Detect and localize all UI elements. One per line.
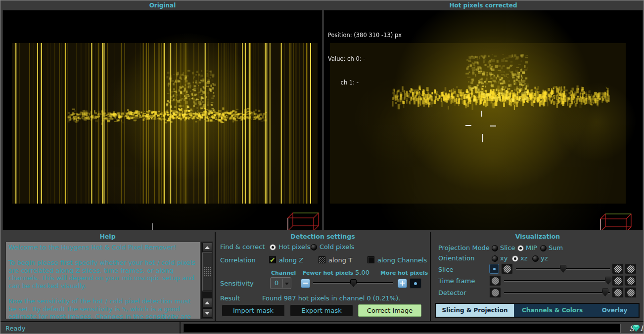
cold-pixels-label[interactable]: Cold pixels: [320, 243, 355, 250]
scrollbar-thumb[interactable]: [202, 252, 212, 291]
visualization-tabbar: Slicing & Projection Channels & Colors O…: [435, 303, 640, 318]
correlation-label: Correlation: [220, 256, 256, 264]
orientation-xz-label[interactable]: xz: [520, 254, 528, 262]
find-correct-label: Find & correct: [220, 243, 265, 250]
svi-logo-i: I: [640, 324, 643, 333]
dithered-circle-icon: [627, 277, 635, 285]
slice-step-button-next[interactable]: [625, 263, 637, 274]
time-frame-step-button-prev[interactable]: [612, 275, 624, 286]
slice-slider-thumb[interactable]: [560, 265, 566, 273]
help-title: Help: [0, 232, 215, 241]
result-label: Result: [220, 294, 240, 302]
chevron-down-icon: [285, 283, 289, 285]
dithered-circle-icon: [614, 265, 622, 273]
sensitivity-increase-button[interactable]: +: [398, 279, 407, 288]
help-text: Welcome to the Huygens Hot & Cold Pixel …: [5, 242, 200, 319]
detector-slider-track[interactable]: [504, 292, 610, 293]
dropdown-separator: [282, 279, 283, 288]
tab-channels-colors[interactable]: Channels & Colors: [514, 304, 591, 317]
projection-mip-label[interactable]: MIP: [526, 244, 537, 251]
hot-pixels-radio[interactable]: [270, 244, 276, 250]
hot-pixels-label[interactable]: Hot pixels: [278, 243, 311, 250]
dithered-circle-icon: [504, 265, 511, 273]
scroll-down-button[interactable]: [202, 308, 212, 318]
time-frame-slider-track[interactable]: [504, 280, 610, 282]
projection-mode-label: Projection Mode: [438, 244, 490, 251]
down-arrow-icon: [205, 312, 210, 315]
dot-icon: [493, 268, 496, 270]
channel-dropdown-value: 0: [275, 279, 278, 287]
orientation-xz-radio[interactable]: [512, 255, 518, 262]
slice-step-button-prev[interactable]: [612, 263, 624, 274]
dithered-circle-icon: [627, 265, 635, 273]
detector-step-button-prev[interactable]: [612, 287, 624, 298]
slice-step-button-left[interactable]: [501, 263, 513, 274]
detector-slider-thumb[interactable]: [602, 289, 608, 296]
slice-label: Slice: [438, 266, 454, 273]
original-image-canvas[interactable]: [3, 10, 322, 230]
svi-logo: S I: [629, 324, 643, 334]
thumb-grip-icon: [204, 266, 211, 277]
channel-dropdown[interactable]: 0: [270, 277, 291, 289]
dithered-circle-icon: [492, 277, 499, 285]
orientation-yz-label[interactable]: yz: [541, 254, 548, 262]
scroll-up-button-2[interactable]: [202, 298, 212, 307]
help-section: Help Welcome to the Huygens Hot & Cold P…: [0, 232, 215, 321]
original-panel-title: Original: [2, 1, 322, 10]
tab-slicing-projection[interactable]: Slicing & Projection: [436, 304, 514, 317]
status-message: Ready: [5, 325, 25, 332]
along-channels-label[interactable]: along Channels: [377, 256, 427, 264]
original-panel: Original: [2, 1, 322, 231]
cold-pixels-radio[interactable]: [311, 244, 317, 250]
cursor-position-readout: Position: (380 310 -13) px Value: ch 0: …: [328, 15, 402, 102]
orientation-yz-radio[interactable]: [532, 255, 539, 262]
along-z-label[interactable]: along Z: [279, 256, 303, 264]
orientation-xy-label[interactable]: xy: [500, 254, 507, 262]
channel-label: Channel: [271, 270, 296, 276]
progress-bar: [184, 324, 621, 333]
sensitivity-decrease-button[interactable]: −: [301, 279, 310, 288]
detection-settings-title: Detection settings: [216, 232, 430, 241]
dithered-circle-icon: [492, 289, 499, 296]
orientation-label: Orientation: [438, 254, 474, 262]
corrected-panel-title: Hot pixels corrected: [323, 1, 643, 10]
along-channels-checkbox[interactable]: [368, 256, 374, 263]
projection-slice-label[interactable]: Slice: [500, 244, 515, 251]
corrected-panel: Hot pixels corrected Position: (380 310 …: [323, 1, 643, 231]
sensitivity-dot-toggle-button[interactable]: [410, 278, 421, 289]
fewer-hot-pixels-label: Fewer hot pixels: [303, 270, 353, 276]
visualization-title: Visualization: [431, 232, 644, 241]
time-frame-step-button-left[interactable]: [489, 275, 501, 286]
svi-gem-icon: [632, 325, 640, 332]
projection-sum-label[interactable]: Sum: [549, 244, 563, 251]
orientation-xy-radio[interactable]: [492, 255, 498, 262]
help-scrollbar[interactable]: [201, 242, 213, 319]
up-arrow-icon: [205, 301, 210, 304]
along-t-label[interactable]: along T: [328, 256, 352, 264]
along-t-checkbox[interactable]: [319, 256, 325, 263]
position-line: Position: (380 310 -13) px: [328, 31, 402, 39]
result-text: Found 987 hot pixels in channel 0 (0.21%…: [262, 294, 400, 302]
time-frame-step-button-next[interactable]: [625, 275, 637, 286]
detector-step-button-left[interactable]: [489, 287, 501, 298]
more-hot-pixels-label: More hot pixels: [380, 270, 428, 276]
visualization-section: Visualization Projection Mode Slice MIP …: [431, 232, 644, 321]
time-frame-label: Time frame: [438, 277, 475, 285]
projection-sum-radio[interactable]: [540, 245, 547, 251]
projection-slice-radio[interactable]: [492, 245, 498, 251]
correct-image-button[interactable]: Correct Image: [358, 304, 421, 317]
along-z-checkbox[interactable]: [269, 256, 276, 263]
dot-icon: [414, 282, 417, 285]
scroll-up-button[interactable]: [202, 243, 212, 252]
detector-label: Detector: [438, 289, 466, 296]
sensitivity-slider-thumb[interactable]: [350, 279, 357, 287]
export-mask-button[interactable]: Export mask: [290, 304, 353, 317]
import-mask-button[interactable]: Import mask: [222, 304, 285, 317]
time-frame-slider-thumb[interactable]: [605, 277, 611, 285]
projection-mip-radio[interactable]: [517, 245, 524, 251]
sensitivity-value: 5.00: [355, 269, 369, 276]
slice-dot-toggle-button[interactable]: [489, 264, 499, 274]
tab-overlay[interactable]: Overlay: [591, 304, 639, 317]
up-arrow-icon: [205, 246, 210, 249]
detector-step-button-next[interactable]: [625, 287, 637, 298]
